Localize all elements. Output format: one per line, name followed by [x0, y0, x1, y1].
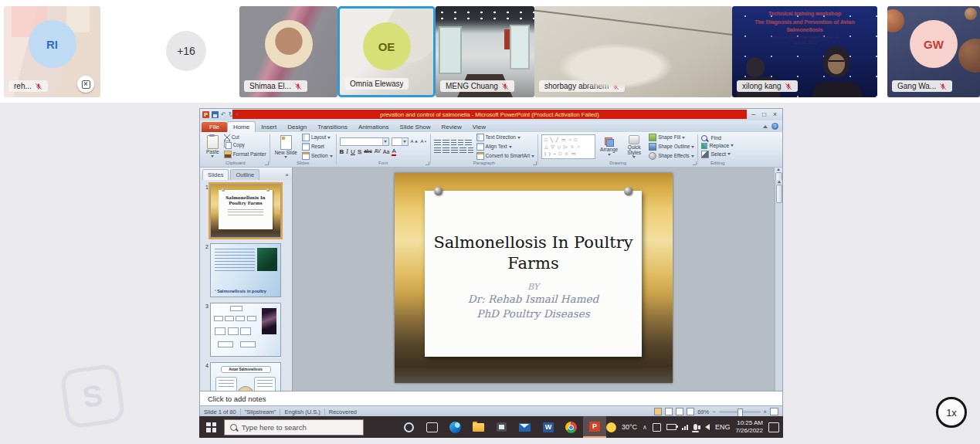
cut-button[interactable]: Cut: [224, 134, 266, 141]
tab-slides[interactable]: Slides: [202, 169, 229, 180]
store-button[interactable]: [490, 416, 514, 438]
language-indicator[interactable]: English (U.S.): [284, 408, 320, 415]
increase-indent-icon[interactable]: [458, 140, 463, 146]
taskbar-search-input[interactable]: Type here to search: [224, 419, 364, 436]
fit-to-window-button[interactable]: [770, 408, 778, 415]
slide-sorter-view-button[interactable]: [665, 408, 673, 415]
line-spacing-icon[interactable]: [465, 140, 472, 146]
title-card[interactable]: Salmonellosis In Poultry Farms BY Dr: Re…: [425, 191, 642, 357]
character-spacing-button[interactable]: AV: [375, 149, 381, 154]
microphone-icon[interactable]: [693, 424, 697, 430]
align-text-button[interactable]: Align Text: [476, 143, 534, 151]
copy-button[interactable]: Copy: [224, 142, 266, 149]
tab-design[interactable]: Design: [282, 122, 312, 132]
minimize-ribbon-icon[interactable]: [763, 125, 768, 128]
slide-thumbnail-3[interactable]: [210, 303, 281, 357]
text-shadow-button[interactable]: S: [358, 149, 361, 155]
scroll-up-icon[interactable]: [777, 168, 780, 171]
battery-icon[interactable]: [666, 424, 677, 430]
dialog-launcher-icon[interactable]: [426, 161, 429, 165]
quick-styles-button[interactable]: Quick Styles: [622, 135, 646, 159]
tab-file[interactable]: File: [202, 122, 227, 132]
tab-transitions[interactable]: Transitions: [312, 122, 353, 132]
tab-view[interactable]: View: [467, 122, 491, 132]
overflow-participants-badge[interactable]: +16: [166, 31, 206, 71]
slide-thumbnail-4[interactable]: Avian Salmonellosis: [210, 362, 281, 391]
slide-editor[interactable]: Salmonellosis In Poultry Farms BY Dr: Re…: [395, 173, 673, 383]
font-color-button[interactable]: A: [392, 148, 395, 156]
participant-tile-shimaa[interactable]: Shimaa El...: [239, 6, 337, 97]
tab-home[interactable]: Home: [227, 121, 256, 132]
shape-fill-button[interactable]: Shape Fill: [649, 134, 694, 141]
zoom-out-button[interactable]: −: [712, 408, 715, 415]
text-direction-button[interactable]: Text Direction: [476, 134, 534, 141]
powerpoint-taskbar-button[interactable]: P: [583, 416, 606, 438]
strikethrough-button[interactable]: abc: [364, 149, 371, 154]
network-icon[interactable]: [682, 425, 688, 430]
arrange-button[interactable]: Arrange: [599, 137, 619, 156]
slide-thumbnail-2[interactable]: *Salmonellosis in poultry: [210, 243, 281, 297]
save-icon[interactable]: [212, 111, 219, 118]
align-center-icon[interactable]: [443, 147, 449, 154]
slide-byline[interactable]: BY: [425, 282, 642, 292]
temperature[interactable]: 30°C: [622, 423, 637, 431]
language-indicator[interactable]: ENG: [715, 423, 731, 431]
convert-smartart-button[interactable]: Convert to SmartArt: [476, 152, 534, 160]
slide-thumbnail-1[interactable]: Salmonellosis In Poultry Farms: [210, 184, 281, 238]
shape-effects-button[interactable]: Shape Effects: [649, 152, 694, 160]
participant-tile-meng[interactable]: MENG Chuang: [436, 6, 534, 97]
weather-sun-icon[interactable]: [606, 422, 616, 432]
paste-button[interactable]: Paste: [205, 135, 221, 158]
italic-button[interactable]: I: [346, 149, 348, 155]
replace-button[interactable]: Replace: [701, 143, 734, 149]
decrease-indent-icon[interactable]: [451, 140, 456, 146]
participant-tile-gang[interactable]: GW Gang Wa...: [887, 6, 980, 97]
recovered-indicator[interactable]: Recovered: [329, 408, 357, 415]
zoom-slider[interactable]: [719, 411, 761, 413]
tab-insert[interactable]: Insert: [256, 122, 282, 132]
word-button[interactable]: W: [537, 416, 560, 438]
shapes-gallery[interactable]: □ ╲ ╱ ▭ ○ □ △ ▽ ◇ ▷ ☆ ○ ( ) ~ □ ☆ ▭: [541, 134, 595, 159]
notes-pane[interactable]: Click to add notes: [200, 391, 782, 405]
participant-tile-xilong[interactable]: Technical training workshop The Diagnosi…: [732, 6, 877, 97]
tray-app-icon[interactable]: [653, 423, 661, 432]
participant-tile-rehab[interactable]: RI reh...: [4, 6, 100, 97]
speaker-icon[interactable]: [705, 424, 710, 430]
start-button[interactable]: [199, 416, 224, 438]
find-button[interactable]: Find: [701, 135, 734, 141]
slide-show-button[interactable]: [687, 408, 694, 415]
tab-slide-show[interactable]: Slide Show: [395, 122, 436, 132]
minimize-button[interactable]: –: [751, 111, 755, 118]
chrome-button[interactable]: [560, 416, 583, 438]
tab-outline[interactable]: Outline: [230, 169, 259, 180]
reset-button[interactable]: Reset: [302, 143, 333, 151]
dialog-launcher-icon[interactable]: [265, 161, 269, 165]
dialog-launcher-icon[interactable]: [533, 161, 537, 165]
action-center-icon[interactable]: [768, 422, 779, 432]
redo-icon[interactable]: ↻: [229, 112, 234, 118]
numbering-icon[interactable]: [443, 140, 449, 146]
normal-view-button[interactable]: [654, 408, 662, 415]
new-slide-button[interactable]: New Slide: [273, 135, 299, 159]
align-right-icon[interactable]: [451, 147, 458, 154]
help-icon[interactable]: ?: [771, 123, 778, 130]
mail-button[interactable]: [514, 416, 537, 438]
zoom-in-button[interactable]: +: [764, 408, 767, 415]
tray-expand-icon[interactable]: ∧: [643, 424, 647, 431]
panel-close-button[interactable]: ×: [285, 172, 289, 180]
tab-review[interactable]: Review: [436, 122, 467, 132]
panel-scrollbar[interactable]: [775, 180, 782, 391]
share-zoom-control[interactable]: 1x: [936, 397, 967, 428]
close-button[interactable]: ×: [773, 111, 777, 118]
section-button[interactable]: Section: [302, 152, 333, 160]
align-left-icon[interactable]: [434, 147, 441, 154]
shrink-font-button[interactable]: A: [421, 139, 427, 144]
select-button[interactable]: Select: [701, 151, 734, 158]
layout-button[interactable]: Layout: [302, 134, 333, 141]
tab-animations[interactable]: Animations: [353, 122, 395, 132]
slide-author[interactable]: Dr: Rehab Ismail Hamed: [425, 292, 642, 307]
slide-title-text[interactable]: Salmonellosis In Poultry Farms: [425, 232, 642, 275]
qat-dropdown-icon[interactable]: [236, 114, 239, 116]
remove-participant-button[interactable]: [77, 76, 94, 93]
cortana-button[interactable]: [398, 416, 421, 438]
